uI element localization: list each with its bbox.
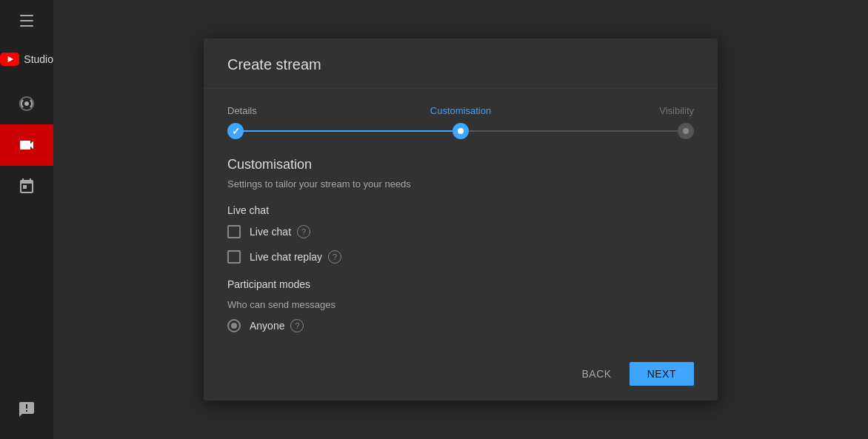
who-can-send-label: Who can send messages [227,299,694,310]
dialog-title: Create stream [227,56,694,73]
step-circle-details: ✓ [227,123,244,139]
step-circle-customisation [453,123,469,139]
step-visibility-label: Visibility [659,105,694,116]
sidebar-item-live[interactable] [0,83,53,124]
customisation-title: Customisation [227,157,694,172]
youtube-logo-icon [0,51,19,67]
live-chat-option[interactable]: Live chat ? [227,225,694,238]
broadcast-icon [18,95,36,113]
hamburger-menu[interactable] [0,0,53,41]
create-stream-dialog: Create stream Details Customisation Visi… [204,38,718,401]
sidebar-nav [0,83,53,207]
live-chat-replay-label: Live chat replay [250,251,322,263]
step-line-2 [469,130,678,132]
back-button[interactable]: BACK [570,362,624,386]
sidebar-item-feedback[interactable] [0,389,53,430]
dialog-body: Customisation Settings to tailor your st… [204,139,718,347]
feedback-icon [18,401,36,418]
live-chat-help-icon[interactable]: ? [297,225,310,238]
sidebar: Studio [0,0,53,439]
main-content: Create stream Details Customisation Visi… [53,0,868,439]
customisation-subtitle: Settings to tailor your stream to your n… [227,178,694,190]
dialog-footer: BACK NEXT [204,347,718,401]
live-chat-label: Live chat [250,226,291,238]
live-chat-section-title: Live chat [227,204,694,216]
live-chat-section: Live chat Live chat ? Live chat replay [227,204,694,264]
sidebar-item-camera[interactable] [0,124,53,166]
calendar-icon [18,178,36,195]
dialog-header: Create stream [204,38,718,89]
active-dot-icon [458,128,464,134]
live-chat-replay-help-icon[interactable]: ? [328,250,341,264]
app-title-text: Studio [24,53,53,65]
app-logo: Studio [0,41,53,77]
hamburger-icon [20,15,33,27]
sidebar-item-calendar[interactable] [0,166,53,207]
step-line-1 [244,130,453,132]
anyone-option[interactable]: Anyone ? [227,319,694,332]
participant-modes-section: Participant modes Who can send messages … [227,278,694,332]
pending-dot-icon [683,128,689,134]
live-chat-replay-checkbox[interactable] [227,250,241,264]
svg-point-2 [24,101,29,106]
live-chat-replay-option[interactable]: Live chat replay ? [227,250,694,264]
anyone-label: Anyone [250,320,284,332]
radio-selected-dot [231,323,237,329]
step-details-label: Details [227,105,257,116]
step-circle-visibility [678,123,694,139]
camera-icon [18,136,36,154]
anyone-radio[interactable] [227,319,241,332]
step-customisation-label: Customisation [430,105,491,116]
checkmark-icon: ✓ [232,126,240,137]
sidebar-bottom [0,389,53,430]
anyone-help-icon[interactable]: ? [290,319,304,332]
live-chat-checkbox[interactable] [227,225,241,238]
dialog-body-scroll[interactable]: Customisation Settings to tailor your st… [204,139,718,347]
next-button[interactable]: NEXT [630,362,694,386]
participant-modes-title: Participant modes [227,278,694,290]
